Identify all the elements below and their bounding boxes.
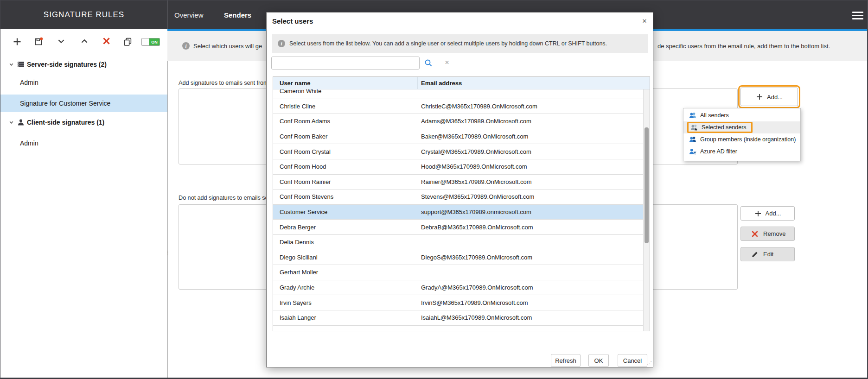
tab-senders[interactable]: Senders [224,0,251,29]
sidebar-item-signature-for-customer-service[interactable]: Signature for Customer Service [0,95,167,112]
resize-grip-icon[interactable]: ⋰ [647,360,651,366]
ok-button[interactable]: OK [588,354,609,367]
chevron-up-icon [80,37,89,45]
app-root: SIGNATURE RULES Overview Senders ON [0,0,868,379]
rule-enabled-toggle[interactable]: ON [141,38,160,46]
email-cell: Crystal@M365x170989.OnMicrosoft.com [418,148,531,155]
users-table: User name Email address Cameron White Ch… [273,76,650,331]
table-row[interactable]: Cameron White [273,89,643,99]
refresh-button[interactable]: Refresh [551,354,581,367]
table-row[interactable]: Conf Room StevensStevens@M365x170989.OnM… [273,190,643,205]
add-sender-menu: All senders Selected senders Group membe… [683,108,801,161]
table-row[interactable]: Diego SicilianiDiegoS@M365x170989.OnMicr… [273,250,643,265]
table-viewport: Cameron White Christie ClineChristieC@M3… [273,89,643,331]
column-header-user-name[interactable]: User name [273,77,418,89]
sidebar-item-server-side-signatures[interactable]: Server-side signatures (2) [0,56,167,73]
tab-overview[interactable]: Overview [174,0,204,29]
email-cell: IrvinS@M365x170989.OnMicrosoft.com [418,299,528,306]
user-name-cell: Johanna Lorenz [273,329,418,331]
table-row-selected[interactable]: Customer Servicesupport@M365x170989.onmi… [273,205,643,220]
plus-icon [754,210,762,217]
dialog-info-text: Select users from the list below. You ca… [289,40,607,47]
column-header-email-address[interactable]: Email address [418,80,462,87]
email-cell: Adams@M365x170989.OnMicrosoft.com [418,118,531,125]
add-excluded-sender-button[interactable]: Add... [740,206,795,221]
email-cell: JohannaL@M365x170989.OnMicrosoft.com [418,329,539,331]
sidebar-item-admin-server[interactable]: Admin [0,74,167,91]
close-icon[interactable]: ✕ [640,16,649,25]
menu-item-azure-ad-filter[interactable]: Azure AD filter [683,145,800,158]
email-cell: Hood@M365x170989.OnMicrosoft.com [418,163,527,170]
table-row[interactable]: Conf Room BakerBaker@M365x170989.OnMicro… [273,129,643,145]
search-input[interactable] [271,57,420,69]
table-row[interactable]: Conf Room CrystalCrystal@M365x170989.OnM… [273,144,643,159]
user-name-cell: Debra Berger [273,224,418,231]
user-name-cell: Gerhart Moller [273,269,418,276]
save-button[interactable] [34,37,43,46]
header-divider [167,0,168,29]
remove-sender-button[interactable]: Remove [740,227,795,241]
table-row[interactable]: Conf Room HoodHood@M365x170989.OnMicroso… [273,159,643,175]
move-down-button[interactable] [57,37,66,46]
table-row[interactable]: Conf Room AdamsAdams@M365x170989.OnMicro… [273,114,643,129]
table-row[interactable]: Irvin SayersIrvinS@M365x170989.OnMicroso… [273,295,643,310]
table-row[interactable]: Isaiah LangerIsaiahL@M365x170989.OnMicro… [273,310,643,326]
chevron-down-icon [9,62,14,67]
table-row[interactable]: Delia Dennis [273,235,643,250]
edit-sender-button[interactable]: Edit [740,247,795,261]
email-cell: support@M365x170989.onmicrosoft.com [418,208,531,215]
menu-item-all-senders[interactable]: All senders [683,109,800,121]
user-name-cell: Conf Room Adams [273,118,418,125]
clear-search-icon[interactable]: ✕ [444,59,450,66]
x-icon [751,230,759,238]
user-name-cell: Grady Archie [273,284,418,291]
user-name-cell: Conf Room Crystal [273,148,418,155]
table-row[interactable]: Gerhart Moller [273,265,643,280]
user-name-cell: Isaiah Langer [273,314,418,321]
cancel-button[interactable]: Cancel [618,354,647,367]
annotation-highlight: Selected senders [687,122,753,133]
table-header: User name Email address [273,77,650,89]
group-members-icon [689,136,696,143]
email-cell: DiegoS@M365x170989.OnMicrosoft.com [418,254,532,261]
sidebar-divider [167,31,168,379]
pencil-icon [751,251,759,258]
sidebar-item-client-side-signatures[interactable]: Client-side signatures (1) [0,114,167,131]
info-icon: i [278,40,285,47]
email-cell: Stevens@M365x170989.OnMicrosoft.com [418,193,534,200]
add-sender-button[interactable]: Add... [740,88,798,106]
add-rule-button[interactable] [13,37,22,46]
search-icon[interactable] [424,59,433,67]
dialog-title: Select users [272,17,313,25]
bottom-list-label: Do not add signatures to emails sen [179,194,272,201]
hamburger-icon[interactable] [851,11,864,20]
user-name-cell: Irvin Sayers [273,299,418,306]
email-cell: IsaiahL@M365x170989.OnMicrosoft.com [418,314,532,321]
splitter-handle[interactable]: ⋮ [165,251,170,265]
menu-item-group-members[interactable]: Group members (inside organization) [683,133,800,145]
info-icon: i [182,42,190,50]
scrollbar-thumb[interactable] [645,127,649,243]
chevron-down-icon [9,120,14,125]
user-name-cell: Conf Room Hood [273,163,418,170]
email-cell: GradyA@M365x170989.OnMicrosoft.com [418,284,533,291]
delete-rule-button[interactable] [102,37,112,46]
table-row[interactable]: Conf Room RainierRainier@M365x170989.OnM… [273,175,643,190]
sidebar-item-admin-client[interactable]: Admin [0,135,167,152]
senders-info-text-right: de specific users from the email rule, a… [657,43,830,50]
clone-rule-button[interactable] [123,37,133,46]
table-row[interactable]: Grady ArchieGradyA@M365x170989.OnMicroso… [273,280,643,296]
table-row-list: Cameron White Christie ClineChristieC@M3… [273,89,643,331]
menu-item-selected-senders[interactable]: Selected senders [683,121,800,133]
move-up-button[interactable] [80,37,89,46]
vertical-scrollbar[interactable] [643,89,650,331]
table-row[interactable]: Debra BergerDebraB@M365x170989.OnMicroso… [273,220,643,235]
user-icon [17,119,25,126]
table-row[interactable]: Johanna LorenzJohannaL@M365x170989.OnMic… [273,326,643,331]
all-senders-icon [689,112,696,119]
email-cell: DebraB@M365x170989.OnMicrosoft.com [418,224,533,231]
table-row[interactable]: Christie ClineChristieC@M365x170989.OnMi… [273,99,643,114]
email-cell: Rainier@M365x170989.OnMicrosoft.com [418,178,532,185]
user-name-cell: Cameron White [273,89,418,95]
top-list-label: Add signatures to emails sent from [179,79,268,86]
